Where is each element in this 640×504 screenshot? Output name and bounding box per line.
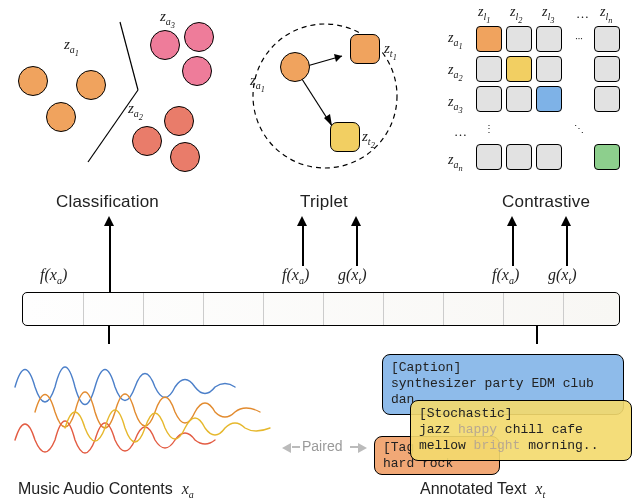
svg-line-0: [120, 22, 138, 90]
arrow-to-triplet-fxa-line: [302, 224, 304, 266]
triplet-label-zt2: zt2: [362, 128, 375, 150]
arrow-to-contrastive-gxt-head: [561, 216, 571, 226]
grid-cell-r5c4: [566, 144, 592, 170]
grid-cell-r1c4: ···: [566, 26, 592, 52]
paired-arrow-left: [282, 443, 291, 453]
grid-cell-r2c1: [476, 56, 502, 82]
label-contrastive: Contrastive: [502, 192, 590, 212]
contrastive-col-3: zl3: [542, 4, 554, 25]
text-caption-text: Annotated Text: [420, 480, 526, 497]
arrow-to-triplet-gxt-head: [351, 216, 361, 226]
func-fxa-2: f(xa): [282, 266, 309, 286]
paired-arrow-right: [358, 443, 367, 453]
func-gxt-1: g(xt): [338, 266, 367, 286]
arrow-to-classification-line: [109, 224, 111, 292]
grid-cell-r1c1: [476, 26, 502, 52]
triplet-anchor-circle: [280, 52, 310, 82]
grid-cell-r3c3: [536, 86, 562, 112]
contrastive-grid: ··· ⋮ ⋱: [442, 24, 617, 174]
grid-cell-r5c2: [506, 144, 532, 170]
arrow-to-triplet-gxt-line: [356, 224, 358, 266]
anno-stochastic-box: [Stochastic] jazz happy chill cafe mello…: [410, 400, 632, 461]
anno-stochastic-header: [Stochastic]: [419, 406, 513, 421]
grid-cell-r1c5: [594, 26, 620, 52]
text-caption: Annotated Text xt: [420, 480, 545, 500]
contrastive-col-1: zl1: [478, 4, 490, 25]
grid-cell-r4c1: ⋮: [476, 116, 502, 142]
grid-cell-r4c3: [536, 116, 562, 142]
grid-cell-r5c3: [536, 144, 562, 170]
anno-stochastic-body: jazz happy chill cafe mellow bright morn…: [419, 422, 598, 453]
grid-cell-r2c4: [566, 56, 592, 82]
grid-cell-r2c2: [506, 56, 532, 82]
svg-marker-4: [334, 54, 342, 62]
triplet-pos-sq: [350, 34, 380, 64]
arrow-to-triplet-fxa-head: [297, 216, 307, 226]
func-gxt-2: g(xt): [548, 266, 577, 286]
label-classification: Classification: [56, 192, 159, 212]
triplet-label-za1: za1: [250, 72, 265, 94]
grid-cell-r3c4: [566, 86, 592, 112]
triplet-label-zt1: zt1: [384, 40, 397, 62]
grid-cell-r1c3: [536, 26, 562, 52]
contrastive-col-n: zln: [600, 4, 612, 25]
grid-cell-r4c5: [594, 116, 620, 142]
label-triplet: Triplet: [300, 192, 348, 212]
arrow-to-contrastive-fxa-head: [507, 216, 517, 226]
classification-divider: [10, 12, 220, 182]
contrastive-col-ell: …: [576, 6, 589, 22]
audio-waveforms: [10, 342, 280, 472]
arrow-to-classification-head: [104, 216, 114, 226]
grid-cell-r2c3: [536, 56, 562, 82]
grid-cell-r3c1: [476, 86, 502, 112]
func-fxa-1: f(xa): [40, 266, 67, 286]
grid-cell-r2c5: [594, 56, 620, 82]
anno-caption-header: [Caption]: [391, 360, 461, 375]
paired-arrow-bar-l: [292, 446, 300, 448]
audio-caption: Music Audio Contents xa: [18, 480, 194, 500]
paired-label: Paired: [302, 438, 342, 454]
paired-arrow-bar-r: [350, 446, 358, 448]
contrastive-col-2: zl2: [510, 4, 522, 25]
grid-cell-r3c2: [506, 86, 532, 112]
svg-line-1: [88, 90, 138, 162]
line-bar-to-text: [536, 326, 538, 344]
grid-cell-r3c5: [594, 86, 620, 112]
audio-caption-text: Music Audio Contents: [18, 480, 173, 497]
grid-cell-r5c5: [594, 144, 620, 170]
encoder-bar: [22, 292, 620, 326]
arrow-to-contrastive-gxt-line: [566, 224, 568, 266]
grid-cell-r4c2: [506, 116, 532, 142]
grid-cell-r4c4: ⋱: [566, 116, 592, 142]
grid-cell-r5c1: [476, 144, 502, 170]
triplet-neg-sq: [330, 122, 360, 152]
arrow-to-contrastive-fxa-line: [512, 224, 514, 266]
grid-cell-r1c2: [506, 26, 532, 52]
func-fxa-3: f(xa): [492, 266, 519, 286]
